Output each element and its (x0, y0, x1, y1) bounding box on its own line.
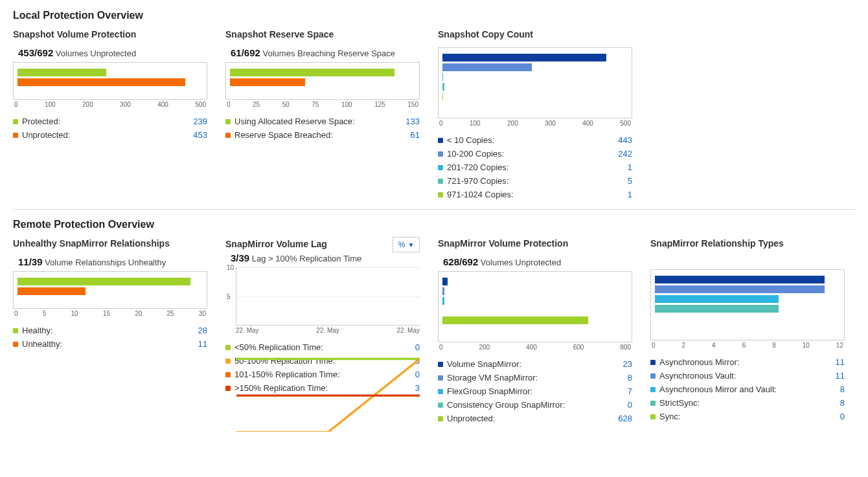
axis-ticks: 024681012 (650, 342, 845, 349)
card-vol-protection: SnapMirror Volume Protection 628/692 Vol… (438, 237, 632, 425)
section-local-title: Local Protection Overview (13, 10, 855, 21)
legend-value[interactable]: 1 (628, 190, 632, 199)
legend-item: Unprotected: (438, 414, 495, 423)
legend-value[interactable]: 443 (618, 135, 632, 145)
legend-value[interactable]: 8 (840, 398, 845, 408)
card-title: Snapshot Reserve Space (225, 29, 420, 39)
legend-item: Asynchronous Vault: (650, 371, 736, 381)
legend-value[interactable]: 8 (840, 384, 845, 394)
legend-value[interactable]: 7 (628, 386, 632, 396)
summary: 11/39 Volume Relationships Unhealthy (18, 256, 207, 267)
legend-value[interactable]: 1 (628, 162, 632, 172)
legend-item: Asynchronous Mirror and Vault: (650, 384, 777, 394)
legend-value[interactable]: 23 (623, 359, 632, 369)
card-title: Snapshot Copy Count (438, 29, 632, 39)
chart-line: 10 5 (236, 267, 420, 326)
legend-value[interactable]: 28 (198, 326, 207, 335)
card-title: Unhealthy SnapMirror Relationships (13, 238, 207, 249)
legend-unprotected: Unprotected: (13, 130, 70, 140)
legend-item: 10-200 Copies: (438, 149, 504, 159)
card-title: SnapMirror Volume Protection (438, 238, 632, 249)
chart (650, 269, 845, 340)
legend-protected: Protected: (13, 116, 60, 126)
axis-ticks: 0100200300400500 (13, 101, 207, 108)
axis-ticks: 0200400600800 (438, 344, 632, 351)
chart (225, 62, 420, 100)
legend-item: Consistency Group SnapMirror: (438, 400, 565, 410)
legend-item: 721-970 Copies: (438, 176, 508, 186)
legend-value[interactable]: 0 (840, 412, 845, 421)
lag-unit-select[interactable]: %▼ (393, 237, 420, 252)
axis-ticks: 0100200300400500 (438, 120, 632, 127)
legend-value[interactable]: 5 (628, 176, 632, 186)
chart (13, 271, 207, 309)
legend-item: 201-720 Copies: (438, 162, 508, 172)
card-title: Snapshot Volume Protection (13, 29, 207, 39)
legend-breached: Reserve Space Breached: (225, 130, 333, 140)
chart (438, 47, 632, 118)
legend-item: 971-1024 Copies: (438, 190, 514, 199)
card-lag: SnapMirror Volume Lag %▼ 3/39 Lag > 100%… (225, 237, 420, 395)
legend-value[interactable]: 133 (405, 116, 420, 126)
summary: 628/692 Volumes Unprotected (443, 256, 632, 267)
card-reserve-space: Snapshot Reserve Space 61/692 Volumes Br… (225, 28, 420, 142)
summary: 61/692 Volumes Breaching Reserve Space (231, 47, 420, 58)
legend-value[interactable]: 628 (618, 414, 632, 423)
chevron-down-icon: ▼ (407, 241, 414, 249)
summary: 453/692 Volumes Unprotected (18, 47, 207, 58)
legend-value[interactable]: 61 (411, 130, 420, 140)
card-title: SnapMirror Volume Lag (225, 239, 327, 249)
section-remote-title: Remote Protection Overview (13, 219, 855, 230)
card-unhealthy: Unhealthy SnapMirror Relationships 11/39… (13, 237, 207, 351)
legend-value[interactable]: 0 (628, 400, 632, 410)
card-copy-count: Snapshot Copy Count 0100200300400500 < 1… (438, 28, 632, 201)
legend-item: Volume SnapMirror: (438, 359, 521, 369)
legend-value[interactable]: 11 (836, 371, 845, 381)
card-snapshot-volume: Snapshot Volume Protection 453/692 Volum… (13, 28, 207, 142)
legend-item: FlexGroup SnapMirror: (438, 386, 532, 396)
axis-ticks: 051015202530 (13, 310, 207, 317)
legend-using: Using Allocated Reserve Space: (225, 116, 355, 126)
legend-value[interactable]: 242 (618, 149, 632, 159)
card-title: SnapMirror Relationship Types (650, 238, 845, 249)
axis-ticks: 0255075100125150 (225, 101, 420, 108)
divider (13, 209, 855, 210)
legend-item: Sync: (650, 412, 681, 421)
chart (13, 62, 207, 100)
chart (438, 271, 632, 342)
summary: 3/39 Lag > 100% Replication Time (231, 252, 420, 263)
legend-value[interactable]: 453 (193, 130, 207, 140)
legend-value[interactable]: 239 (193, 116, 207, 126)
legend-value[interactable]: 11 (198, 339, 207, 349)
legend-item: < 10 Copies: (438, 135, 494, 145)
legend-healthy: Healthy: (13, 326, 53, 335)
legend-value[interactable]: 11 (836, 357, 845, 367)
legend-item: Storage VM SnapMirror: (438, 373, 538, 383)
card-rel-types: SnapMirror Relationship Types 024681012 … (650, 237, 845, 423)
legend-item: Asynchronous Mirror: (650, 357, 740, 367)
legend-value[interactable]: 8 (628, 373, 632, 383)
legend-unhealthy: Unhealthy: (13, 339, 62, 349)
legend-item: StrictSync: (650, 398, 700, 408)
